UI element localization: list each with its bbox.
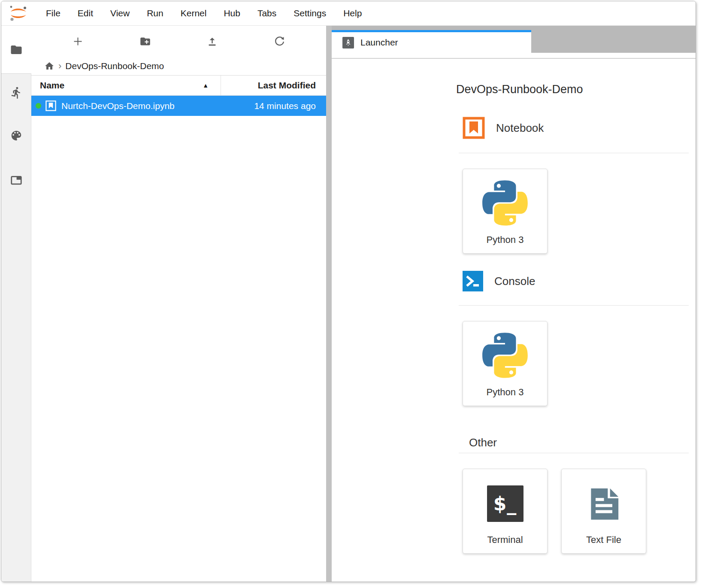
upload-icon bbox=[206, 36, 218, 47]
column-header-modified[interactable]: Last Modified bbox=[221, 80, 326, 91]
sidebar-tab-file-browser[interactable] bbox=[9, 42, 24, 57]
menu-hub[interactable]: Hub bbox=[215, 1, 249, 25]
refresh-icon bbox=[274, 36, 285, 47]
launcher-card-terminal[interactable]: $_ Terminal bbox=[463, 469, 548, 554]
tab-bar-gap bbox=[332, 53, 696, 58]
breadcrumb: › DevOps-Runbook-Demo bbox=[31, 57, 326, 75]
section-label-other: Other bbox=[469, 436, 497, 449]
upload-button[interactable] bbox=[205, 34, 220, 49]
sidebar-tab-commands[interactable] bbox=[9, 128, 24, 143]
menu-edit[interactable]: Edit bbox=[69, 1, 102, 25]
file-modified-time: 14 minutes ago bbox=[254, 101, 326, 111]
launcher-card-console-python3[interactable]: Python 3 bbox=[463, 321, 548, 406]
column-header-name[interactable]: Name ▲ bbox=[31, 76, 221, 95]
palette-icon bbox=[10, 129, 23, 142]
new-launcher-button[interactable] bbox=[70, 34, 85, 49]
running-person-icon bbox=[10, 86, 23, 99]
launcher-card-text-file[interactable]: Text File bbox=[561, 469, 646, 554]
launcher-section-other: Other $_ Terminal bbox=[456, 436, 689, 554]
menu-kernel[interactable]: Kernel bbox=[172, 1, 215, 25]
jupyterlab-window: File Edit View Run Kernel Hub Tabs Setti… bbox=[1, 1, 696, 582]
sort-ascending-icon: ▲ bbox=[203, 82, 209, 89]
card-label-python3: Python 3 bbox=[487, 234, 524, 246]
breadcrumb-separator: › bbox=[58, 61, 61, 72]
menu-file[interactable]: File bbox=[37, 1, 69, 25]
notebook-file-icon bbox=[45, 100, 57, 112]
sidebar-tab-running-sessions[interactable] bbox=[9, 85, 24, 100]
dock-tab-bar: Launcher bbox=[332, 26, 696, 53]
launcher-panel: DevOps-Runbook-Demo Notebook bbox=[332, 59, 696, 582]
refresh-button[interactable] bbox=[272, 34, 287, 49]
left-activity-bar bbox=[1, 26, 31, 582]
card-label-terminal: Terminal bbox=[487, 534, 523, 546]
card-label-python3: Python 3 bbox=[487, 387, 524, 398]
home-icon[interactable] bbox=[44, 61, 54, 71]
menu-tabs[interactable]: Tabs bbox=[249, 1, 285, 25]
name-column-label: Name bbox=[40, 80, 64, 91]
launcher-section-console: Console Python 3 bbox=[456, 271, 689, 406]
tab-launcher-label: Launcher bbox=[360, 37, 398, 48]
notebook-icon bbox=[463, 117, 485, 139]
section-label-console: Console bbox=[494, 275, 535, 288]
panel-splitter-handle[interactable] bbox=[326, 26, 332, 582]
menu-settings[interactable]: Settings bbox=[285, 1, 335, 25]
new-folder-icon bbox=[139, 36, 151, 47]
rocket-icon bbox=[342, 37, 354, 48]
terminal-glyph: $_ bbox=[493, 493, 517, 515]
breadcrumb-folder[interactable]: DevOps-Runbook-Demo bbox=[65, 61, 164, 71]
jupyter-logo-icon bbox=[7, 5, 28, 22]
text-file-icon bbox=[586, 485, 622, 522]
launcher-section-notebook: Notebook Python 3 bbox=[456, 117, 689, 254]
python-icon bbox=[482, 180, 528, 226]
main-dock-area: Launcher DevOps-Runbook-Demo Notebook bbox=[332, 26, 696, 582]
menu-view[interactable]: View bbox=[102, 1, 138, 25]
menu-help[interactable]: Help bbox=[335, 1, 370, 25]
section-label-notebook: Notebook bbox=[496, 121, 544, 135]
file-browser-panel: › DevOps-Runbook-Demo Name ▲ Last Modifi… bbox=[31, 26, 326, 582]
file-list-empty-area[interactable] bbox=[31, 116, 326, 582]
file-list-header: Name ▲ Last Modified bbox=[31, 75, 326, 96]
file-row-selected[interactable]: Nurtch-DevOps-Demo.ipynb 14 minutes ago bbox=[31, 96, 326, 116]
menu-bar: File Edit View Run Kernel Hub Tabs Setti… bbox=[1, 1, 696, 26]
new-folder-button[interactable] bbox=[137, 34, 153, 49]
card-label-text-file: Text File bbox=[586, 534, 621, 546]
plus-icon bbox=[72, 36, 84, 47]
console-icon bbox=[463, 271, 483, 291]
tabs-icon bbox=[10, 174, 23, 187]
kernel-running-dot bbox=[36, 103, 41, 109]
sidebar-tab-open-tabs[interactable] bbox=[9, 173, 24, 188]
file-browser-toolbar bbox=[31, 26, 326, 57]
file-name: Nurtch-DevOps-Demo.ipynb bbox=[61, 101, 175, 111]
folder-icon bbox=[10, 43, 23, 56]
python-icon bbox=[482, 333, 528, 378]
launcher-card-notebook-python3[interactable]: Python 3 bbox=[463, 169, 548, 254]
launcher-cwd-title: DevOps-Runbook-Demo bbox=[456, 83, 689, 96]
terminal-icon: $_ bbox=[487, 485, 523, 522]
tab-launcher[interactable]: Launcher bbox=[332, 30, 531, 53]
menu-run[interactable]: Run bbox=[138, 1, 172, 25]
